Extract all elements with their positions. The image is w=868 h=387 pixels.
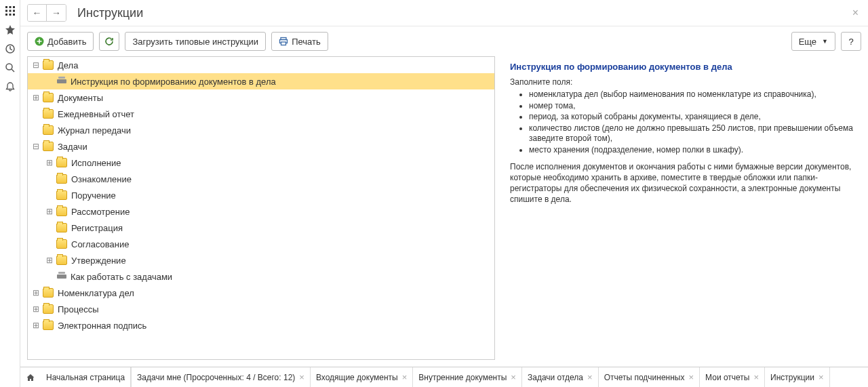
tab[interactable]: Внутренние документы× (413, 367, 522, 387)
tree-row[interactable]: ⊟Дела (28, 57, 494, 73)
tab-close-icon[interactable]: × (511, 372, 516, 382)
folder-icon (56, 239, 67, 249)
forward-button[interactable]: → (47, 5, 66, 21)
collapse-icon[interactable]: ⊟ (32, 142, 40, 150)
tree-label: Поручение (71, 190, 116, 201)
tab-label: Внутренние документы (418, 373, 507, 382)
tree-row[interactable]: ⊞Исполнение (28, 155, 494, 171)
star-icon[interactable] (5, 24, 16, 35)
tree-row[interactable]: Инструкция по формированию документов в … (28, 73, 494, 89)
print-button[interactable]: Печать (271, 32, 328, 51)
tree-row[interactable]: ⊞Рассмотрение (28, 203, 494, 220)
expand-icon[interactable]: ⊞ (45, 207, 54, 216)
tree-label: Рассмотрение (71, 207, 130, 217)
tree-row[interactable]: ⊞Документы (28, 89, 494, 106)
tab-close-icon[interactable]: × (402, 372, 408, 382)
tab-label: Задачи мне (Просроченных: 4 / Всего: 12) (137, 373, 295, 382)
tab-close-icon[interactable]: × (689, 372, 694, 382)
print-icon (279, 37, 288, 46)
tree-label: Исполнение (71, 158, 121, 168)
refresh-button[interactable] (99, 32, 119, 51)
tree-pane[interactable]: ⊟ДелаИнструкция по формированию документ… (27, 56, 495, 360)
home-tab[interactable] (20, 373, 41, 382)
svg-rect-14 (281, 42, 286, 45)
preview-bullets: номенклатура дел (выбор наименования по … (510, 89, 859, 156)
tree-row[interactable]: ⊞Утверждение (28, 252, 494, 268)
refresh-icon (104, 37, 114, 46)
tree-row[interactable]: Регистрация (28, 220, 494, 236)
tab-close-icon[interactable]: × (299, 372, 304, 382)
svg-rect-8 (13, 14, 15, 16)
tree-label: Документы (58, 93, 103, 103)
expand-icon[interactable]: ⊞ (32, 305, 40, 313)
close-icon[interactable]: × (850, 7, 861, 19)
tree-label: Инструкция по формированию документов в … (71, 77, 276, 87)
tree-label: Регистрация (71, 223, 123, 233)
tab-label: Отчеты подчиненных (604, 373, 685, 382)
tree-row[interactable]: ⊞Номенклатура дел (28, 285, 494, 301)
preview-bullet: номер тома, (529, 101, 859, 112)
help-button[interactable]: ? (841, 32, 861, 51)
spacer-icon (45, 77, 54, 85)
tree-row[interactable]: Поручение (28, 187, 494, 203)
preview-fill-label: Заполните поля: (510, 77, 859, 87)
expand-icon[interactable]: ⊞ (32, 289, 40, 297)
tree-row[interactable]: ⊟Задачи (28, 138, 494, 155)
tree-row[interactable]: Ознакомление (28, 171, 494, 187)
tree-label: Утверждение (71, 256, 126, 266)
header: ← → Инструкции × (20, 0, 868, 26)
bell-icon[interactable] (5, 81, 16, 92)
svg-point-10 (6, 64, 12, 70)
folder-icon (43, 109, 54, 119)
tab[interactable]: Задачи мне (Просроченных: 4 / Всего: 12)… (131, 367, 311, 387)
load-typical-button[interactable]: Загрузить типовые инструкции (125, 32, 266, 51)
spacer-icon (32, 126, 40, 134)
tab-label: Начальная страница (46, 373, 125, 382)
plus-circle-icon (35, 37, 44, 46)
spacer-icon (45, 240, 54, 248)
svg-rect-5 (13, 10, 15, 12)
folder-icon (43, 288, 54, 298)
document-icon (57, 79, 66, 83)
folder-icon (43, 321, 54, 330)
svg-rect-1 (9, 6, 11, 8)
tab[interactable]: Отчеты подчиненных× (599, 367, 700, 387)
preview-note: После исполнения документов и окончания … (510, 161, 859, 205)
tab[interactable]: Входящие документы× (311, 367, 413, 387)
history-icon[interactable] (5, 43, 16, 54)
expand-icon[interactable]: ⊞ (45, 159, 54, 167)
more-button[interactable]: Еще ▼ (791, 32, 835, 51)
tab[interactable]: Задачи отдела× (522, 367, 599, 387)
tree-label: Ознакомление (71, 174, 132, 184)
folder-icon (56, 223, 67, 232)
tab-close-icon[interactable]: × (587, 372, 593, 382)
tab-close-icon[interactable]: × (754, 372, 760, 382)
expand-icon[interactable]: ⊞ (32, 94, 40, 102)
tree-row[interactable]: ⊞Процессы (28, 301, 494, 317)
collapse-icon[interactable]: ⊟ (32, 61, 40, 69)
tab[interactable]: Мои отчеты× (700, 367, 765, 387)
expand-icon[interactable]: ⊞ (32, 321, 40, 329)
spacer-icon (45, 175, 54, 183)
tab[interactable]: Инструкции× (765, 367, 829, 387)
tab-close-icon[interactable]: × (818, 372, 824, 382)
more-label: Еще (799, 37, 816, 47)
load-typical-label: Загрузить типовые инструкции (132, 37, 258, 47)
tab-start[interactable]: Начальная страница (41, 367, 131, 387)
toolbar: Добавить Загрузить типовые инструкции Пе… (20, 26, 868, 56)
add-label: Добавить (47, 37, 86, 47)
tree-label: Номенклатура дел (58, 288, 134, 298)
tree-row[interactable]: ⊞Электронная подпись (28, 317, 494, 333)
tree-row[interactable]: Ежедневный отчет (28, 106, 494, 122)
back-button[interactable]: ← (28, 5, 47, 21)
apps-icon[interactable] (5, 5, 16, 16)
folder-icon (43, 142, 54, 151)
tree-row[interactable]: Согласование (28, 236, 494, 252)
folder-icon (43, 60, 54, 70)
expand-icon[interactable]: ⊞ (45, 256, 54, 264)
tree-row[interactable]: Журнал передачи (28, 122, 494, 138)
add-button[interactable]: Добавить (27, 32, 94, 51)
search-icon[interactable] (5, 62, 16, 73)
svg-rect-4 (9, 10, 11, 12)
tree-row[interactable]: Как работать с задачами (28, 268, 494, 285)
